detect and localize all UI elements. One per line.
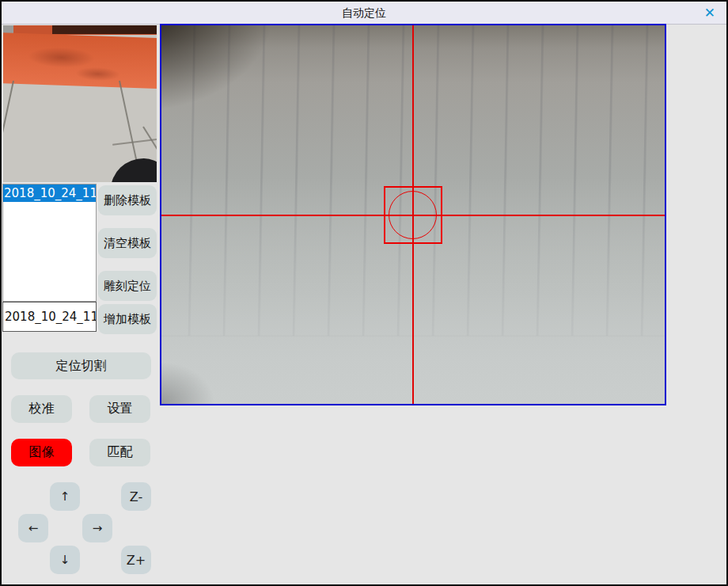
match-region-circle [389,191,437,239]
template-thumbnail-image [3,25,157,182]
calibrate-button[interactable]: 校准 [11,395,72,423]
dialog-title: 自动定位 [2,2,726,24]
thumbnail-tile-line [3,81,14,182]
jog-up-button[interactable]: ↑ [50,482,80,511]
jog-left-button[interactable]: ← [18,514,48,542]
auto-position-dialog: 自动定位 ✕ 2018_10_24_11 删除模板 清空模板 雕刻定位 增加模板… [0,0,728,586]
clear-templates-button[interactable]: 清空模板 [98,228,157,258]
add-template-button[interactable]: 增加模板 [98,304,157,334]
settings-button[interactable]: 设置 [89,395,150,423]
delete-template-button[interactable]: 删除模板 [98,185,157,215]
template-name-field[interactable] [2,302,97,332]
template-list-item[interactable]: 2018_10_24_11 [3,185,96,202]
jog-down-button[interactable]: ↓ [50,546,80,574]
close-icon[interactable]: ✕ [704,2,715,24]
engrave-position-button[interactable]: 雕刻定位 [98,271,157,301]
camera-view[interactable] [160,24,666,405]
thumbnail-dark-strip [52,25,157,34]
jog-z-minus-button[interactable]: Z- [121,482,151,511]
thumbnail-tile-line [112,138,157,146]
thumbnail-orange-band [3,32,157,89]
position-cut-button[interactable]: 定位切割 [11,352,151,379]
titlebar: 自动定位 ✕ [2,2,726,25]
jog-right-button[interactable]: → [82,514,112,542]
thumbnail-dark-object [111,158,157,182]
match-button[interactable]: 匹配 [89,439,150,466]
image-button-active[interactable]: 图像 [11,439,72,466]
template-list[interactable]: 2018_10_24_11 [2,184,97,302]
jog-z-plus-button[interactable]: Z+ [121,546,151,574]
